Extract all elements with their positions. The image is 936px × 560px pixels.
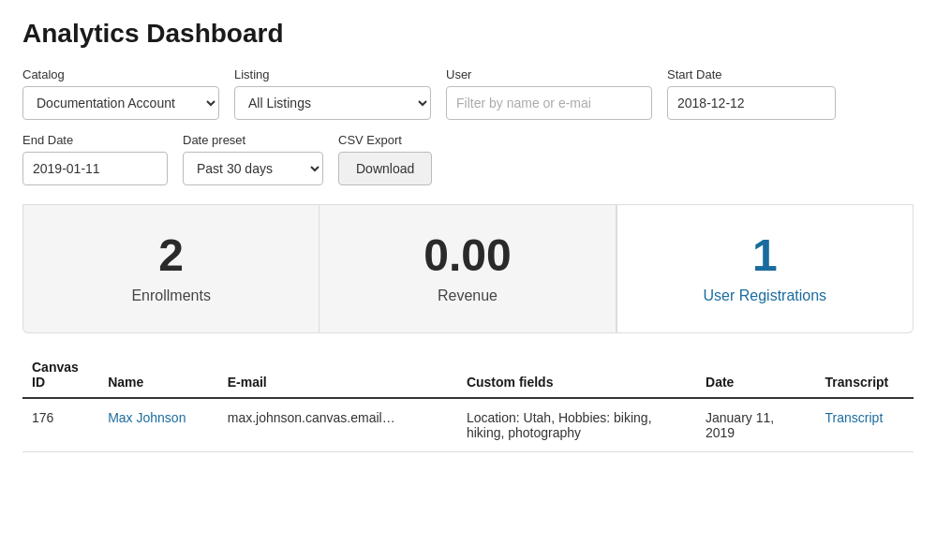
page-wrapper: Analytics Dashboard Catalog Documentatio… bbox=[0, 0, 936, 471]
date-preset-filter-group: Date preset Past 30 daysPast 7 daysThis … bbox=[183, 133, 323, 185]
listing-select[interactable]: All Listings bbox=[234, 86, 431, 120]
registrations-count: 1 bbox=[636, 233, 894, 278]
cell-name[interactable]: Max Johnson bbox=[98, 398, 218, 452]
user-label: User bbox=[446, 67, 652, 81]
registrations-block: 1 User Registrations bbox=[617, 205, 913, 332]
catalog-filter-group: Catalog Documentation Account bbox=[22, 67, 219, 120]
revenue-count: 0.00 bbox=[338, 233, 596, 278]
date-preset-select[interactable]: Past 30 daysPast 7 daysThis monthCustom bbox=[183, 152, 323, 185]
page-title: Analytics Dashboard bbox=[22, 19, 914, 49]
cell-transcript[interactable]: Transcript bbox=[816, 398, 914, 452]
col-header-custom-fields: Custom fields bbox=[457, 352, 696, 398]
end-date-filter-group: End Date bbox=[22, 133, 168, 185]
transcript-link[interactable]: Transcript bbox=[825, 410, 884, 425]
catalog-label: Catalog bbox=[22, 67, 219, 81]
revenue-label: Revenue bbox=[338, 287, 596, 304]
user-name-link[interactable]: Max Johnson bbox=[108, 410, 186, 425]
end-date-input[interactable] bbox=[22, 152, 168, 185]
col-header-email: E-mail bbox=[218, 352, 457, 398]
catalog-select[interactable]: Documentation Account bbox=[22, 86, 219, 120]
revenue-block: 0.00 Revenue bbox=[319, 205, 616, 332]
download-button[interactable]: Download bbox=[338, 152, 432, 185]
start-date-filter-group: Start Date bbox=[667, 67, 836, 120]
col-header-date: Date bbox=[696, 352, 816, 398]
user-filter-group: User bbox=[446, 67, 652, 120]
col-header-canvas-id: Canvas ID bbox=[22, 352, 98, 398]
enrollments-count: 2 bbox=[42, 233, 300, 278]
csv-export-label: CSV Export bbox=[338, 133, 432, 147]
cell-custom-fields: Location: Utah, Hobbies: biking, hiking,… bbox=[457, 398, 696, 452]
registrations-label: User Registrations bbox=[636, 287, 894, 304]
listing-label: Listing bbox=[234, 67, 431, 81]
table-header-row: Canvas ID Name E-mail Custom fields Date… bbox=[22, 352, 914, 398]
listing-filter-group: Listing All Listings bbox=[234, 67, 431, 120]
user-input[interactable] bbox=[446, 86, 652, 120]
enrollments-label: Enrollments bbox=[42, 287, 300, 304]
date-preset-label: Date preset bbox=[183, 133, 323, 147]
cell-date: January 11, 2019 bbox=[696, 398, 816, 452]
csv-export-group: CSV Export Download bbox=[338, 133, 432, 185]
end-date-label: End Date bbox=[22, 133, 168, 147]
filters-row-1: Catalog Documentation Account Listing Al… bbox=[22, 67, 914, 120]
filters-row-2: End Date Date preset Past 30 daysPast 7 … bbox=[22, 133, 914, 185]
table-row: 176Max Johnsonmax.johnson.canvas.email…L… bbox=[22, 398, 914, 452]
col-header-transcript: Transcript bbox=[816, 352, 914, 398]
enrollments-block: 2 Enrollments bbox=[23, 205, 319, 332]
stats-section: 2 Enrollments 0.00 Revenue 1 User Regist… bbox=[22, 205, 914, 333]
start-date-label: Start Date bbox=[667, 67, 836, 81]
cell-email: max.johnson.canvas.email… bbox=[218, 398, 457, 452]
start-date-input[interactable] bbox=[667, 86, 836, 120]
col-header-name: Name bbox=[98, 352, 218, 398]
data-table: Canvas ID Name E-mail Custom fields Date… bbox=[22, 352, 914, 452]
cell-canvas-id: 176 bbox=[22, 398, 98, 452]
table-section: Canvas ID Name E-mail Custom fields Date… bbox=[22, 352, 914, 452]
